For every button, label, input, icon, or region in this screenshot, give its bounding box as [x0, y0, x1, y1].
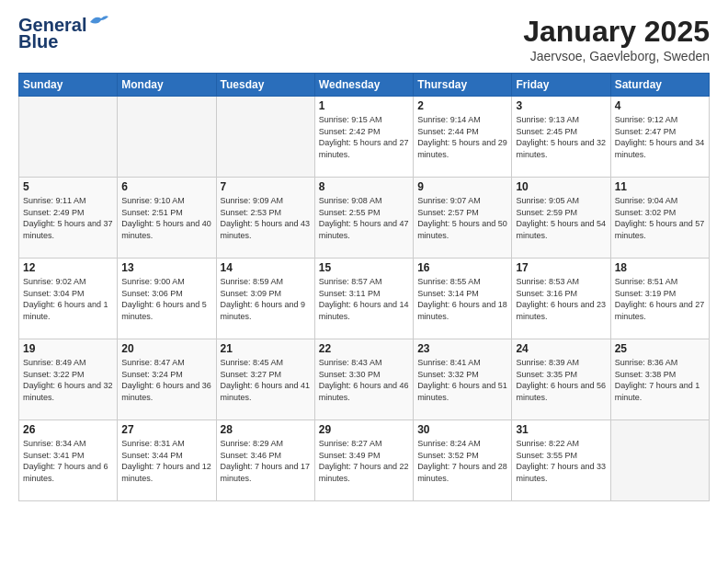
day-info: Sunrise: 8:34 AM Sunset: 3:41 PM Dayligh…	[23, 438, 113, 484]
day-info: Sunrise: 9:11 AM Sunset: 2:49 PM Dayligh…	[23, 195, 113, 241]
day-cell-2: 2Sunrise: 9:14 AM Sunset: 2:44 PM Daylig…	[414, 97, 512, 178]
day-number: 15	[319, 261, 409, 274]
day-number: 5	[23, 180, 113, 193]
day-number: 12	[23, 261, 113, 274]
day-number: 13	[121, 261, 211, 274]
weekday-header-row: SundayMondayTuesdayWednesdayThursdayFrid…	[19, 74, 710, 97]
empty-cell	[118, 97, 216, 178]
empty-cell	[19, 97, 118, 178]
logo: General Blue	[18, 15, 108, 52]
day-info: Sunrise: 9:13 AM Sunset: 2:45 PM Dayligh…	[516, 114, 606, 160]
day-cell-12: 12Sunrise: 9:02 AM Sunset: 3:04 PM Dayli…	[19, 259, 118, 339]
day-info: Sunrise: 9:09 AM Sunset: 2:53 PM Dayligh…	[221, 195, 311, 241]
day-number: 23	[417, 342, 507, 355]
header: General Blue January 2025 Jaervsoe, Gaev…	[18, 15, 710, 63]
day-number: 4	[615, 99, 705, 112]
day-info: Sunrise: 8:45 AM Sunset: 3:27 PM Dayligh…	[221, 357, 311, 403]
day-info: Sunrise: 8:41 AM Sunset: 3:32 PM Dayligh…	[417, 357, 507, 403]
week-row-5: 26Sunrise: 8:34 AM Sunset: 3:41 PM Dayli…	[19, 420, 710, 501]
day-info: Sunrise: 9:15 AM Sunset: 2:42 PM Dayligh…	[319, 114, 409, 160]
weekday-header-tuesday: Tuesday	[216, 74, 314, 97]
empty-cell	[610, 420, 709, 501]
day-number: 11	[615, 180, 705, 193]
day-number: 30	[417, 423, 507, 436]
day-cell-17: 17Sunrise: 8:53 AM Sunset: 3:16 PM Dayli…	[512, 259, 610, 339]
day-info: Sunrise: 8:59 AM Sunset: 3:09 PM Dayligh…	[221, 276, 311, 322]
day-number: 7	[221, 180, 311, 193]
day-cell-6: 6Sunrise: 9:10 AM Sunset: 2:51 PM Daylig…	[118, 178, 216, 259]
weekday-header-sunday: Sunday	[19, 74, 118, 97]
day-number: 17	[516, 261, 606, 274]
day-info: Sunrise: 8:36 AM Sunset: 3:38 PM Dayligh…	[615, 357, 705, 403]
day-info: Sunrise: 9:04 AM Sunset: 3:02 PM Dayligh…	[615, 195, 705, 241]
day-cell-30: 30Sunrise: 8:24 AM Sunset: 3:52 PM Dayli…	[414, 420, 512, 501]
day-info: Sunrise: 8:29 AM Sunset: 3:46 PM Dayligh…	[221, 438, 311, 484]
day-cell-25: 25Sunrise: 8:36 AM Sunset: 3:38 PM Dayli…	[610, 339, 709, 420]
location-subtitle: Jaervsoe, Gaevleborg, Sweden	[523, 49, 710, 63]
day-info: Sunrise: 9:14 AM Sunset: 2:44 PM Dayligh…	[417, 114, 507, 160]
day-info: Sunrise: 8:49 AM Sunset: 3:22 PM Dayligh…	[23, 357, 113, 403]
logo-bird-icon	[88, 13, 108, 29]
day-number: 6	[121, 180, 211, 193]
day-number: 10	[516, 180, 606, 193]
day-info: Sunrise: 9:08 AM Sunset: 2:55 PM Dayligh…	[319, 195, 409, 241]
day-info: Sunrise: 8:43 AM Sunset: 3:30 PM Dayligh…	[319, 357, 409, 403]
day-cell-21: 21Sunrise: 8:45 AM Sunset: 3:27 PM Dayli…	[216, 339, 314, 420]
day-info: Sunrise: 8:57 AM Sunset: 3:11 PM Dayligh…	[319, 276, 409, 322]
week-row-4: 19Sunrise: 8:49 AM Sunset: 3:22 PM Dayli…	[19, 339, 710, 420]
month-title: January 2025	[523, 15, 710, 49]
day-info: Sunrise: 8:51 AM Sunset: 3:19 PM Dayligh…	[615, 276, 705, 322]
day-info: Sunrise: 8:39 AM Sunset: 3:35 PM Dayligh…	[516, 357, 606, 403]
day-info: Sunrise: 8:24 AM Sunset: 3:52 PM Dayligh…	[417, 438, 507, 484]
day-info: Sunrise: 8:55 AM Sunset: 3:14 PM Dayligh…	[417, 276, 507, 322]
day-number: 24	[516, 342, 606, 355]
day-number: 20	[121, 342, 211, 355]
day-number: 16	[417, 261, 507, 274]
day-number: 18	[615, 261, 705, 274]
weekday-header-monday: Monday	[118, 74, 216, 97]
empty-cell	[216, 97, 314, 178]
day-number: 31	[516, 423, 606, 436]
day-cell-3: 3Sunrise: 9:13 AM Sunset: 2:45 PM Daylig…	[512, 97, 610, 178]
day-cell-23: 23Sunrise: 8:41 AM Sunset: 3:32 PM Dayli…	[414, 339, 512, 420]
week-row-1: 1Sunrise: 9:15 AM Sunset: 2:42 PM Daylig…	[19, 97, 710, 178]
day-cell-16: 16Sunrise: 8:55 AM Sunset: 3:14 PM Dayli…	[414, 259, 512, 339]
day-info: Sunrise: 9:02 AM Sunset: 3:04 PM Dayligh…	[23, 276, 113, 322]
calendar-table: SundayMondayTuesdayWednesdayThursdayFrid…	[18, 73, 710, 501]
day-cell-11: 11Sunrise: 9:04 AM Sunset: 3:02 PM Dayli…	[610, 178, 709, 259]
calendar-page: General Blue January 2025 Jaervsoe, Gaev…	[0, 0, 728, 563]
day-info: Sunrise: 9:10 AM Sunset: 2:51 PM Dayligh…	[121, 195, 211, 241]
day-info: Sunrise: 8:31 AM Sunset: 3:44 PM Dayligh…	[121, 438, 211, 484]
day-number: 2	[417, 99, 507, 112]
day-number: 19	[23, 342, 113, 355]
day-number: 26	[23, 423, 113, 436]
day-number: 28	[221, 423, 311, 436]
day-cell-24: 24Sunrise: 8:39 AM Sunset: 3:35 PM Dayli…	[512, 339, 610, 420]
day-number: 14	[221, 261, 311, 274]
day-info: Sunrise: 8:27 AM Sunset: 3:49 PM Dayligh…	[319, 438, 409, 484]
day-number: 21	[221, 342, 311, 355]
day-info: Sunrise: 9:12 AM Sunset: 2:47 PM Dayligh…	[615, 114, 705, 160]
weekday-header-wednesday: Wednesday	[314, 74, 413, 97]
day-cell-28: 28Sunrise: 8:29 AM Sunset: 3:46 PM Dayli…	[216, 420, 314, 501]
day-info: Sunrise: 8:53 AM Sunset: 3:16 PM Dayligh…	[516, 276, 606, 322]
day-cell-18: 18Sunrise: 8:51 AM Sunset: 3:19 PM Dayli…	[610, 259, 709, 339]
weekday-header-thursday: Thursday	[414, 74, 512, 97]
title-block: January 2025 Jaervsoe, Gaevleborg, Swede…	[523, 15, 710, 63]
day-info: Sunrise: 9:05 AM Sunset: 2:59 PM Dayligh…	[516, 195, 606, 241]
day-info: Sunrise: 9:07 AM Sunset: 2:57 PM Dayligh…	[417, 195, 507, 241]
day-cell-29: 29Sunrise: 8:27 AM Sunset: 3:49 PM Dayli…	[314, 420, 413, 501]
day-cell-22: 22Sunrise: 8:43 AM Sunset: 3:30 PM Dayli…	[314, 339, 413, 420]
day-cell-13: 13Sunrise: 9:00 AM Sunset: 3:06 PM Dayli…	[118, 259, 216, 339]
day-cell-7: 7Sunrise: 9:09 AM Sunset: 2:53 PM Daylig…	[216, 178, 314, 259]
weekday-header-saturday: Saturday	[610, 74, 709, 97]
day-cell-20: 20Sunrise: 8:47 AM Sunset: 3:24 PM Dayli…	[118, 339, 216, 420]
week-row-3: 12Sunrise: 9:02 AM Sunset: 3:04 PM Dayli…	[19, 259, 710, 339]
day-cell-19: 19Sunrise: 8:49 AM Sunset: 3:22 PM Dayli…	[19, 339, 118, 420]
day-cell-4: 4Sunrise: 9:12 AM Sunset: 2:47 PM Daylig…	[610, 97, 709, 178]
day-cell-26: 26Sunrise: 8:34 AM Sunset: 3:41 PM Dayli…	[19, 420, 118, 501]
day-cell-8: 8Sunrise: 9:08 AM Sunset: 2:55 PM Daylig…	[314, 178, 413, 259]
day-cell-1: 1Sunrise: 9:15 AM Sunset: 2:42 PM Daylig…	[314, 97, 413, 178]
day-number: 29	[319, 423, 409, 436]
day-info: Sunrise: 9:00 AM Sunset: 3:06 PM Dayligh…	[121, 276, 211, 322]
